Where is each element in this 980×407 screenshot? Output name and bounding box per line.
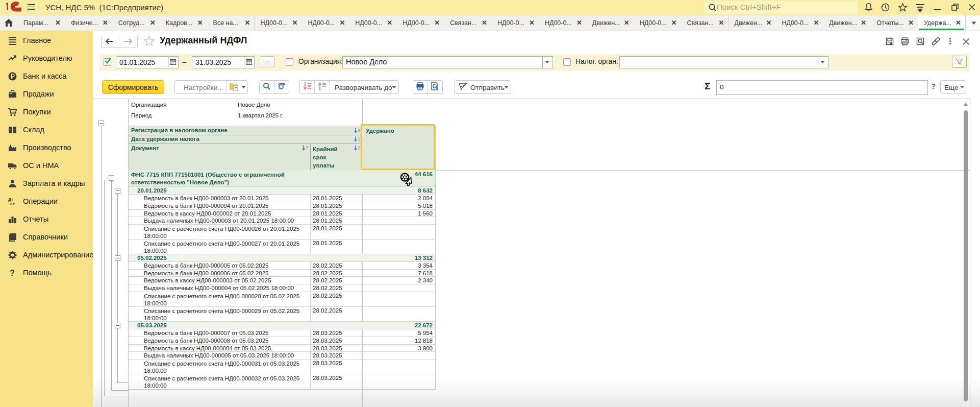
svg-text:Дт: Дт bbox=[8, 197, 13, 202]
svg-text:Кт: Кт bbox=[10, 202, 15, 206]
svg-text:?: ? bbox=[10, 269, 15, 277]
